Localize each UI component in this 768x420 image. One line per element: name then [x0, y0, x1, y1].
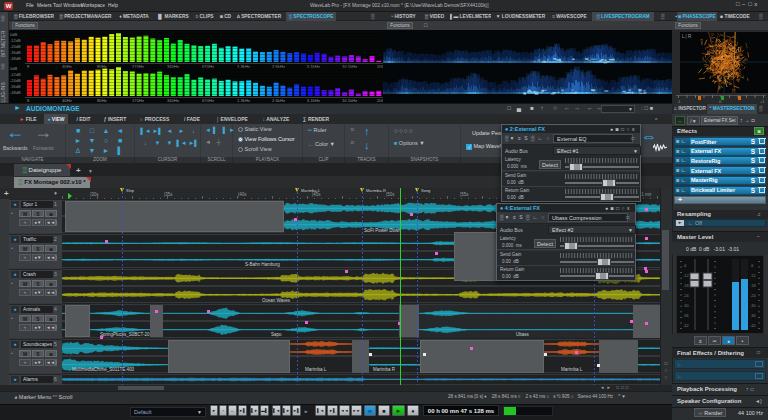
svg-text:-42: -42	[683, 324, 689, 328]
svg-text:-12dB: -12dB	[10, 38, 21, 43]
svg-text:L | R: L | R	[682, 34, 692, 39]
svg-text:-48dB: -48dB	[10, 90, 21, 95]
svg-text:10.1kHz: 10.1kHz	[342, 64, 357, 69]
svg-text:|35s: |35s	[164, 192, 173, 197]
svg-text:-24dB: -24dB	[10, 44, 21, 49]
svg-text:-48dB: -48dB	[10, 56, 21, 61]
svg-text:|1 mn: |1 mn	[640, 192, 652, 197]
svg-text:-30: -30	[683, 304, 689, 308]
svg-text:|50s: |50s	[386, 192, 395, 197]
svg-text:-24: -24	[750, 294, 756, 298]
svg-text:-12dB: -12dB	[10, 72, 21, 77]
svg-text:-24dB: -24dB	[10, 78, 21, 83]
svg-text:40Hz: 40Hz	[62, 64, 72, 69]
svg-text:-36: -36	[683, 314, 689, 318]
svg-text:0dB: 0dB	[10, 66, 17, 71]
svg-text:-36dB: -36dB	[10, 50, 21, 55]
svg-text:-42: -42	[750, 324, 756, 328]
svg-text:-24: -24	[683, 294, 689, 298]
svg-text:-18: -18	[750, 284, 756, 288]
svg-text:5.1kHz: 5.1kHz	[307, 64, 320, 69]
svg-text:8: 8	[27, 64, 30, 69]
svg-text:|55s: |55s	[460, 192, 469, 197]
svg-text:-36dB: -36dB	[10, 84, 21, 89]
svg-text:-18: -18	[683, 284, 689, 288]
svg-text:1.3kHz: 1.3kHz	[237, 64, 250, 69]
svg-text:340Hz: 340Hz	[167, 64, 179, 69]
svg-text:-6: -6	[750, 264, 753, 268]
svg-text:670Hz: 670Hz	[202, 64, 214, 69]
svg-text:-12: -12	[750, 274, 756, 278]
svg-text:80Hz: 80Hz	[97, 64, 107, 69]
svg-text:-6: -6	[683, 264, 686, 268]
svg-text:-30: -30	[750, 304, 756, 308]
svg-text:2.6kHz: 2.6kHz	[272, 64, 285, 69]
svg-text:-36: -36	[750, 314, 756, 318]
svg-text:0dB: 0dB	[10, 32, 17, 37]
svg-text:-12: -12	[683, 274, 689, 278]
svg-text:|30s: |30s	[90, 192, 99, 197]
svg-text:170Hz: 170Hz	[132, 64, 144, 69]
svg-text:|40s: |40s	[238, 192, 247, 197]
